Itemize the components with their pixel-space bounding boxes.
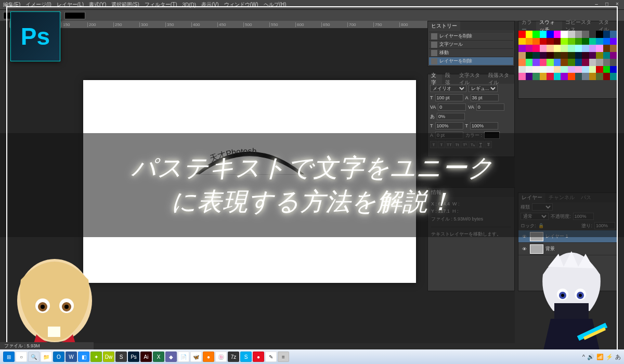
para-style-tab[interactable]: 段落スタイル [485,74,514,84]
swatch[interactable] [532,31,540,38]
font-style-select[interactable]: レギュ... [469,85,498,92]
swatch[interactable] [532,59,540,66]
taskbar-app[interactable]: ✎ [265,352,277,362]
tracking-input[interactable] [476,103,504,111]
menu-layer[interactable]: レイヤー(L) [57,1,84,8]
kerning-input[interactable] [438,103,466,111]
menu-image[interactable]: イメージ(I) [25,1,51,8]
taskbar-app[interactable]: O [53,352,64,362]
color-tab[interactable]: カラー [518,21,536,31]
swatch[interactable] [540,38,547,45]
swatch[interactable] [540,52,547,59]
swatch[interactable] [582,38,589,45]
taskbar-app[interactable]: 🦋 [190,352,202,362]
menu-view[interactable]: 表示(V) [201,1,218,8]
menu-type[interactable]: 書式(Y) [89,1,106,8]
swatch[interactable] [518,66,526,73]
swatch[interactable] [603,52,610,59]
swatch[interactable] [526,52,533,59]
tray-power-icon[interactable]: ⚡ [606,354,613,360]
hscale-input[interactable] [470,122,498,129]
menu-select[interactable]: 選択範囲(S) [111,1,139,8]
swatch[interactable] [575,66,582,73]
swatch[interactable] [610,59,617,66]
swatch[interactable] [568,31,575,38]
swatch[interactable] [561,31,568,38]
swatch[interactable] [596,52,603,59]
taskbar-app[interactable]: ◆ [165,352,177,362]
stretch-input[interactable] [437,113,465,120]
tray-ime-icon[interactable]: あ [615,353,621,361]
swatch[interactable] [575,38,582,45]
swatch[interactable] [532,66,540,73]
swatch[interactable] [582,31,589,38]
taskbar-app[interactable]: X [153,352,164,362]
swatch[interactable] [603,73,610,80]
taskbar-app[interactable]: 🔍 [28,352,40,362]
swatch[interactable] [582,52,589,59]
swatch[interactable] [547,45,554,52]
swatch[interactable] [589,59,596,66]
swatch[interactable] [582,66,589,73]
taskbar-app[interactable]: ✦ [90,352,102,362]
swatch[interactable] [610,45,617,52]
tray-network-icon[interactable]: 📶 [596,354,604,360]
swatch[interactable] [540,31,547,38]
swatch[interactable] [532,52,540,59]
swatch[interactable] [561,38,568,45]
swatch[interactable] [596,45,603,52]
swatch[interactable] [526,73,533,80]
swatch[interactable] [554,31,561,38]
swatch[interactable] [596,31,603,38]
leading-input[interactable] [471,94,499,101]
maximize-button[interactable]: □ [603,1,610,7]
taskbar-app[interactable]: 📄 [178,352,189,362]
swatch[interactable] [589,73,596,80]
swatch[interactable] [547,31,554,38]
menu-3d[interactable]: 3D(D) [183,2,197,8]
swatch[interactable] [582,45,589,52]
swatch[interactable] [554,45,561,52]
vscale-input[interactable] [435,122,463,129]
taskbar-app[interactable]: ⊞ [3,352,15,362]
swatch[interactable] [589,45,596,52]
swatch[interactable] [575,45,582,52]
swatch[interactable] [568,45,575,52]
paragraph-tab[interactable]: 段落 [442,74,456,84]
swatch[interactable] [554,66,561,73]
swatch[interactable] [589,31,596,38]
char-size-input[interactable] [435,94,463,101]
swatch[interactable] [540,66,547,73]
swatch[interactable] [561,73,568,80]
swatch[interactable] [603,45,610,52]
menu-edit[interactable]: 編集(E) [3,1,20,8]
swatch[interactable] [589,52,596,59]
swatch[interactable] [540,59,547,66]
swatch[interactable] [526,66,533,73]
menu-filter[interactable]: フィルター(T) [145,1,177,8]
swatch[interactable] [518,73,526,80]
copy-source-tab[interactable]: ゴピースタンス [562,21,595,31]
swatch[interactable] [547,38,554,45]
history-item[interactable]: 移動 [429,48,513,57]
swatch[interactable] [575,73,582,80]
tray-volume-icon[interactable]: 🔊 [587,354,594,360]
swatch[interactable] [561,52,568,59]
swatch[interactable] [526,59,533,66]
swatch[interactable] [610,31,617,38]
character-tab[interactable]: 文字 [428,74,442,84]
swatch[interactable] [540,45,547,52]
swatch[interactable] [568,66,575,73]
taskbar-app[interactable]: ○ [16,352,27,362]
taskbar-app[interactable]: ≡ [278,352,289,362]
swatch[interactable] [575,52,582,59]
swatch[interactable] [575,59,582,66]
history-tab[interactable]: ヒストリー [428,21,460,31]
taskbar-app[interactable]: Ps [128,352,139,362]
swatch[interactable] [603,66,610,73]
swatch[interactable] [526,31,533,38]
swatch[interactable] [554,73,561,80]
taskbar-app[interactable]: ◧ [78,352,89,362]
history-item[interactable]: レイヤーを削除 [429,32,513,40]
swatch[interactable] [518,38,526,45]
